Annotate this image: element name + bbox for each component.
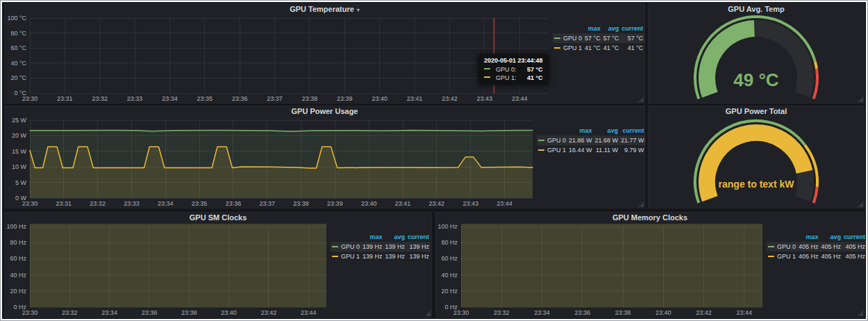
gpu-memory-clocks-graph[interactable]: 0 Hz20 Hz40 Hz60 Hz80 Hz100 Hz23:3023:32… — [436, 224, 767, 317]
x-axis-label: 23:35 — [193, 95, 217, 102]
legend-col-header[interactable]: max — [583, 24, 602, 33]
tooltip-row: GPU 1:41 °C — [484, 74, 543, 82]
legend-value: 9.79 W — [619, 145, 646, 155]
x-axis-label: 23:31 — [52, 200, 76, 207]
legend-value: 139 Hz — [361, 242, 384, 252]
chevron-down-icon[interactable]: ▾ — [357, 7, 360, 13]
legend-value: 21.77 W — [619, 135, 646, 145]
x-axis-label: 23:44 — [297, 309, 320, 316]
legend-value: 21.86 W — [567, 135, 594, 145]
legend-col-header[interactable]: avg — [820, 232, 843, 242]
legend-row: GPU 1139 Hz139 Hz139 Hz — [331, 252, 431, 261]
x-axis-label: 23:30 — [18, 200, 42, 207]
legend-row: GPU 057 °C57 °C57 °C — [553, 33, 644, 43]
x-axis-label: 23:36 — [228, 95, 251, 102]
panel-resize-handle[interactable] — [638, 97, 644, 102]
y-axis-label: 40 Hz — [436, 272, 458, 279]
panel-gpu-temperature: GPU Temperature▾ 2020-05-01 23:44:48GPU … — [4, 3, 645, 104]
x-axis-label: 23:36 — [571, 309, 594, 316]
x-axis-label: 23:40 — [357, 200, 381, 207]
legend-value: 57 °C — [583, 33, 602, 43]
legend-col-header[interactable]: current — [620, 24, 644, 33]
x-axis-label: 23:37 — [256, 200, 279, 207]
panel-gpu-sm-clocks: GPU SM Clocks 0 Hz20 Hz40 Hz60 Hz80 Hz10… — [4, 212, 432, 318]
y-axis-label: 100 Hz — [436, 223, 458, 230]
legend-col-header[interactable]: max — [361, 232, 384, 242]
panel-title-gpu-power-usage[interactable]: GPU Power Usage — [5, 106, 644, 117]
panel-gpu-memory-clocks: GPU Memory Clocks 0 Hz20 Hz40 Hz60 Hz80 … — [435, 212, 865, 318]
y-axis-label: 80 Hz — [5, 239, 26, 246]
panel-resize-handle[interactable] — [425, 311, 431, 316]
panel-title-gpu-memory-clocks[interactable]: GPU Memory Clocks — [436, 213, 864, 224]
legend-value: 405 Hz — [820, 252, 843, 261]
panel-resize-handle[interactable] — [858, 201, 863, 207]
legend-value: 41 °C — [583, 43, 602, 53]
series-color-swatch — [538, 140, 544, 141]
x-axis-label: 23:30 — [449, 309, 473, 316]
panel-gpu-power-usage: GPU Power Usage 0 W5 W10 W15 W20 W25 W23… — [4, 106, 645, 208]
x-axis-label: 23:39 — [323, 200, 347, 207]
legend-gpu-sm-clocks: maxavgcurrentGPU 0139 Hz139 Hz139 HzGPU … — [331, 224, 431, 317]
legend-series-name[interactable]: GPU 1 — [553, 43, 583, 53]
x-axis-label: 23:30 — [18, 309, 42, 316]
legend-value: 405 Hz — [842, 242, 866, 252]
x-axis-label: 23:41 — [403, 95, 426, 102]
y-axis-label: 15 W — [5, 148, 26, 155]
series-color-swatch — [768, 246, 774, 247]
legend-series-name[interactable]: GPU 1 — [537, 145, 567, 155]
panel-title-gpu-sm-clocks[interactable]: GPU SM Clocks — [5, 213, 431, 224]
x-axis-label: 23:34 — [98, 309, 122, 316]
legend-col-header[interactable]: current — [842, 232, 866, 242]
gpu-temperature-graph[interactable]: 2020-05-01 23:44:48GPU 0:57 °CGPU 1:41 °… — [5, 15, 553, 103]
legend-row: GPU 141 °C41 °C41 °C — [553, 43, 644, 53]
y-axis-label: 100 Hz — [5, 223, 26, 230]
legend-series-name[interactable]: GPU 0 — [331, 242, 361, 252]
x-axis-label: 23:34 — [153, 200, 177, 207]
y-axis-label: 25 W — [5, 117, 26, 124]
panel-resize-handle[interactable] — [858, 311, 863, 316]
panel-title-gpu-power-total[interactable]: GPU Power Total — [649, 106, 864, 117]
chart-svg — [436, 224, 767, 317]
x-axis-label: 23:40 — [368, 95, 392, 102]
legend-col-header[interactable]: current — [406, 232, 431, 242]
legend-series-name[interactable]: GPU 1 — [331, 252, 361, 261]
y-axis-label: 40 Hz — [5, 272, 26, 279]
legend-series-name[interactable]: GPU 0 — [767, 242, 797, 252]
series-color-swatch — [332, 246, 338, 247]
x-axis-label: 23:44 — [492, 200, 516, 207]
series-color-swatch — [768, 256, 774, 257]
legend-value: 57 °C — [602, 33, 621, 43]
legend-col-header[interactable]: avg — [594, 126, 620, 135]
legend-series-name[interactable]: GPU 0 — [553, 33, 583, 43]
panel-resize-handle[interactable] — [858, 97, 863, 102]
y-axis-label: 20 Hz — [436, 288, 458, 295]
tooltip-timestamp: 2020-05-01 23:44:48 — [484, 57, 543, 64]
legend-gpu-temperature: maxavgcurrentGPU 057 °C57 °C57 °CGPU 141… — [553, 15, 644, 103]
y-axis-label: 20 °C — [5, 74, 26, 81]
tooltip-series-name: GPU 0: — [496, 65, 517, 74]
legend-col-header[interactable]: max — [567, 126, 594, 135]
legend-value: 139 Hz — [384, 242, 407, 252]
panel-title-gpu-avg-temp[interactable]: GPU Avg. Temp — [649, 4, 864, 15]
legend-col-header[interactable]: max — [797, 232, 820, 242]
panel-title-text: GPU Avg. Temp — [728, 5, 785, 13]
legend-value: 405 Hz — [797, 252, 820, 261]
legend-series-name[interactable]: GPU 0 — [537, 135, 567, 145]
legend-col-header[interactable]: avg — [602, 24, 621, 33]
panel-resize-handle[interactable] — [638, 201, 644, 207]
panel-title-gpu-temperature[interactable]: GPU Temperature▾ — [5, 4, 644, 15]
graph-tooltip: 2020-05-01 23:44:48GPU 0:57 °CGPU 1:41 °… — [478, 54, 549, 85]
legend-series-name[interactable]: GPU 1 — [767, 252, 797, 261]
panel-gpu-avg-temp: GPU Avg. Temp 49 °C — [648, 3, 865, 104]
chart-svg — [5, 224, 331, 317]
gpu-power-usage-graph[interactable]: 0 W5 W10 W15 W20 W25 W23:3023:3123:3223:… — [5, 117, 537, 208]
gpu-sm-clocks-graph[interactable]: 0 Hz20 Hz40 Hz60 Hz80 Hz100 Hz23:3023:32… — [5, 224, 331, 317]
x-axis-label: 23:30 — [18, 95, 42, 102]
legend-col-header[interactable]: current — [619, 126, 646, 135]
tooltip-series-value: 41 °C — [520, 74, 543, 82]
x-axis-label: 23:38 — [298, 95, 322, 102]
y-axis-label: 100 °C — [5, 15, 26, 22]
y-axis-label: 60 °C — [5, 44, 26, 51]
gpu-power-total-gauge: range to text kW — [649, 117, 864, 208]
legend-col-header[interactable]: avg — [384, 232, 407, 242]
